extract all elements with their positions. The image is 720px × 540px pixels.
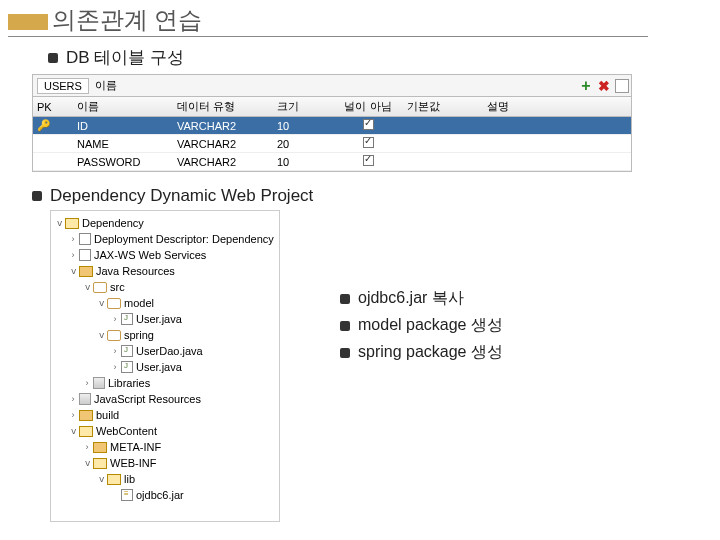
table-tab-hint: 이름 bbox=[95, 78, 117, 93]
table-row[interactable]: 🔑 ID VARCHAR2 10 bbox=[33, 117, 631, 135]
folder-icon bbox=[79, 426, 93, 437]
notnull-cell bbox=[333, 137, 403, 150]
size-cell: 10 bbox=[273, 120, 333, 132]
folder-icon bbox=[79, 410, 93, 421]
descriptor-icon bbox=[79, 233, 91, 245]
table-row[interactable]: PASSWORD VARCHAR2 10 bbox=[33, 153, 631, 171]
section-project: Dependency Dynamic Web Project bbox=[32, 186, 313, 206]
tree-item[interactable]: ›JAX-WS Web Services bbox=[53, 247, 277, 263]
col-comment: 설명 bbox=[483, 99, 543, 114]
tree-label: lib bbox=[124, 473, 135, 485]
tree-label: User.java bbox=[136, 361, 182, 373]
bullet-icon bbox=[340, 321, 350, 331]
tree-item[interactable]: ⅴWebContent bbox=[53, 423, 277, 439]
delete-icon[interactable]: ✖ bbox=[597, 79, 611, 93]
checkbox-icon bbox=[363, 119, 374, 130]
tree-label: Dependency bbox=[82, 217, 144, 229]
project-icon bbox=[65, 218, 79, 229]
note-text: ojdbc6.jar 복사 bbox=[358, 288, 464, 309]
grid-header: PK 이름 데이터 유형 크기 널이 아님 기본값 설명 bbox=[33, 97, 631, 117]
tree-label: JavaScript Resources bbox=[94, 393, 201, 405]
note-text: model package 생성 bbox=[358, 315, 503, 336]
col-size: 크기 bbox=[273, 99, 333, 114]
table-tabs: USERS 이름 + ✖ bbox=[32, 74, 632, 96]
notes-list: ojdbc6.jar 복사 model package 생성 spring pa… bbox=[340, 288, 640, 369]
tree-item[interactable]: ⅴJava Resources bbox=[53, 263, 277, 279]
folder-icon bbox=[79, 266, 93, 277]
checkbox-icon bbox=[363, 137, 374, 148]
js-resources-icon bbox=[79, 393, 91, 405]
tree-label: spring bbox=[124, 329, 154, 341]
folder-icon bbox=[93, 458, 107, 469]
type-cell: VARCHAR2 bbox=[173, 120, 273, 132]
note-item: model package 생성 bbox=[340, 315, 640, 336]
bullet-icon bbox=[32, 191, 42, 201]
pk-cell: 🔑 bbox=[33, 119, 73, 132]
checkbox-icon bbox=[363, 155, 374, 166]
tree-item[interactable]: ›Libraries bbox=[53, 375, 277, 391]
tree-label: build bbox=[96, 409, 119, 421]
title-underline bbox=[8, 36, 648, 37]
tree-item[interactable]: ⅴspring bbox=[53, 327, 277, 343]
section-project-label: Dependency Dynamic Web Project bbox=[50, 186, 313, 206]
ws-icon bbox=[79, 249, 91, 261]
tree-item[interactable]: ›JavaScript Resources bbox=[53, 391, 277, 407]
tree-item[interactable]: ›User.java bbox=[53, 311, 277, 327]
package-icon bbox=[107, 330, 121, 341]
add-icon[interactable]: + bbox=[579, 79, 593, 93]
tree-item-root[interactable]: ⅴDependency bbox=[53, 215, 277, 231]
page-title: 의존관계 연습 bbox=[52, 4, 202, 36]
bullet-icon bbox=[48, 53, 58, 63]
tree-item[interactable]: ⅴWEB-INF bbox=[53, 455, 277, 471]
jar-file-icon bbox=[121, 489, 133, 501]
name-cell: PASSWORD bbox=[73, 156, 173, 168]
tree-label: WebContent bbox=[96, 425, 157, 437]
tree-label: Deployment Descriptor: Dependency bbox=[94, 233, 274, 245]
folder-icon bbox=[107, 474, 121, 485]
tree-item[interactable]: ›UserDao.java bbox=[53, 343, 277, 359]
table-row[interactable]: NAME VARCHAR2 20 bbox=[33, 135, 631, 153]
note-text: spring package 생성 bbox=[358, 342, 503, 363]
db-grid: PK 이름 데이터 유형 크기 널이 아님 기본값 설명 🔑 ID VARCHA… bbox=[32, 96, 632, 172]
note-item: spring package 생성 bbox=[340, 342, 640, 363]
size-cell: 20 bbox=[273, 138, 333, 150]
java-file-icon bbox=[121, 361, 133, 373]
tree-item[interactable]: ›META-INF bbox=[53, 439, 277, 455]
accent-bar bbox=[8, 14, 48, 30]
java-file-icon bbox=[121, 313, 133, 325]
src-icon bbox=[93, 282, 107, 293]
tree-item[interactable]: ›build bbox=[53, 407, 277, 423]
tree-item[interactable]: ›User.java bbox=[53, 359, 277, 375]
type-cell: VARCHAR2 bbox=[173, 156, 273, 168]
note-item: ojdbc6.jar 복사 bbox=[340, 288, 640, 309]
type-cell: VARCHAR2 bbox=[173, 138, 273, 150]
package-icon bbox=[107, 298, 121, 309]
table-tab-users[interactable]: USERS bbox=[37, 78, 89, 94]
db-table-panel: USERS 이름 + ✖ PK 이름 데이터 유형 크기 널이 아님 기본값 설… bbox=[32, 74, 632, 172]
name-cell: NAME bbox=[73, 138, 173, 150]
tree-item[interactable]: ojdbc6.jar bbox=[53, 487, 277, 503]
tree-label: JAX-WS Web Services bbox=[94, 249, 206, 261]
col-name: 이름 bbox=[73, 99, 173, 114]
copy-icon[interactable] bbox=[615, 79, 629, 93]
tree-item[interactable]: ⅴlib bbox=[53, 471, 277, 487]
bullet-icon bbox=[340, 348, 350, 358]
notnull-cell bbox=[333, 155, 403, 168]
name-cell: ID bbox=[73, 120, 173, 132]
bullet-icon bbox=[340, 294, 350, 304]
tree-label: WEB-INF bbox=[110, 457, 156, 469]
col-default: 기본값 bbox=[403, 99, 483, 114]
tree-label: Java Resources bbox=[96, 265, 175, 277]
section-db-table: DB 테이블 구성 bbox=[48, 46, 184, 69]
col-type: 데이터 유형 bbox=[173, 99, 273, 114]
tree-item[interactable]: ›Deployment Descriptor: Dependency bbox=[53, 231, 277, 247]
project-tree: ⅴDependency ›Deployment Descriptor: Depe… bbox=[50, 210, 280, 522]
tree-item[interactable]: ⅴsrc bbox=[53, 279, 277, 295]
size-cell: 10 bbox=[273, 156, 333, 168]
tree-label: model bbox=[124, 297, 154, 309]
tree-label: META-INF bbox=[110, 441, 161, 453]
tree-label: User.java bbox=[136, 313, 182, 325]
folder-icon bbox=[93, 442, 107, 453]
tree-item[interactable]: ⅴmodel bbox=[53, 295, 277, 311]
tree-label: src bbox=[110, 281, 125, 293]
